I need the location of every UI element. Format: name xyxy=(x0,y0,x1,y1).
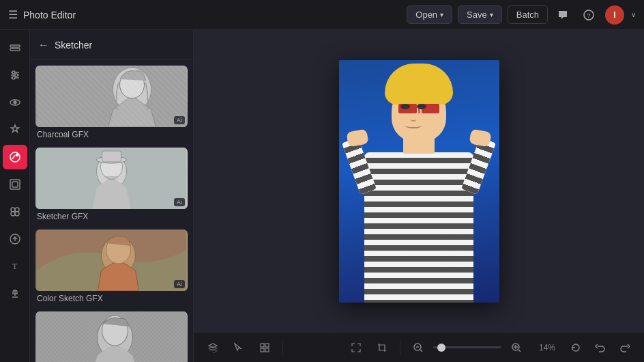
left-sidebar: T xyxy=(0,30,30,362)
undo-icon[interactable] xyxy=(589,337,611,359)
redo-icon[interactable] xyxy=(614,337,636,359)
svg-rect-55 xyxy=(265,348,269,352)
svg-point-19 xyxy=(11,212,15,216)
zoom-in-icon[interactable] xyxy=(506,337,527,359)
svg-point-12 xyxy=(10,152,20,162)
header: ☰ Photo Editor Open ▾ Save ▾ Batch ? I ∨ xyxy=(0,0,644,30)
effect-item-crosshatch[interactable]: Ai Cross Hatch GFX xyxy=(35,311,188,362)
effect-label-colorsketch: Color Sketch GFX xyxy=(35,291,188,306)
svg-rect-33 xyxy=(102,151,121,162)
sidebar-item-art[interactable] xyxy=(3,145,27,169)
svg-line-62 xyxy=(518,350,521,352)
ai-badge-sketcher: Ai xyxy=(174,198,185,206)
effect-item-sketcher[interactable]: Ai Sketcher GFX xyxy=(35,148,188,224)
svg-point-26 xyxy=(120,71,145,98)
svg-point-13 xyxy=(16,154,18,156)
sidebar-item-layers[interactable] xyxy=(3,36,27,60)
crop-icon[interactable] xyxy=(371,337,393,359)
select-tool-icon[interactable] xyxy=(228,337,250,359)
svg-rect-15 xyxy=(12,182,18,187)
sidebar-item-adjustments[interactable] xyxy=(3,63,27,87)
zoom-controls: 14% xyxy=(345,337,555,359)
svg-rect-52 xyxy=(261,344,264,347)
svg-text:?: ? xyxy=(587,12,590,19)
effect-thumb-sketcher: Ai xyxy=(35,148,188,209)
panel-title: Sketcher xyxy=(55,40,92,51)
chevron-down-icon[interactable]: ∨ xyxy=(631,11,636,18)
avatar[interactable]: I xyxy=(605,5,624,25)
effect-label-charcoal: Charcoal GFX xyxy=(35,127,188,142)
svg-text:T: T xyxy=(12,262,18,271)
app-title: Photo Editor xyxy=(23,10,76,20)
header-left: ☰ Photo Editor xyxy=(8,8,401,21)
effect-label-sketcher: Sketcher GFX xyxy=(35,209,188,224)
svg-point-25 xyxy=(113,68,151,111)
save-button[interactable]: Save ▾ xyxy=(458,5,502,24)
effects-list: Ai Charcoal GFX xyxy=(30,60,193,362)
ai-badge-colorsketch: Ai xyxy=(174,280,185,288)
ai-badge-charcoal: Ai xyxy=(174,116,185,124)
separator-1 xyxy=(282,341,283,354)
svg-point-16 xyxy=(11,208,15,212)
canvas-image xyxy=(339,60,499,303)
grid-tool-icon[interactable] xyxy=(254,337,276,359)
sidebar-item-text[interactable]: T xyxy=(3,254,27,279)
effect-item-charcoal[interactable]: Ai Charcoal GFX xyxy=(35,66,188,142)
chat-button[interactable] xyxy=(553,5,572,25)
svg-rect-14 xyxy=(10,180,20,189)
effect-thumb-crosshatch: Ai xyxy=(35,311,188,362)
sidebar-item-export[interactable] xyxy=(3,227,27,251)
panel-header: ← Sketcher xyxy=(30,30,193,60)
batch-button[interactable]: Batch xyxy=(508,5,548,24)
sidebar-item-stamp[interactable] xyxy=(3,281,27,306)
effects-panel: ← Sketcher xyxy=(30,30,194,362)
svg-rect-53 xyxy=(265,344,269,347)
svg-rect-3 xyxy=(10,48,20,51)
svg-rect-22 xyxy=(37,66,187,127)
svg-rect-23 xyxy=(37,66,187,127)
header-center: Open ▾ Save ▾ Batch xyxy=(407,5,548,24)
svg-line-58 xyxy=(420,350,422,352)
svg-rect-38 xyxy=(102,260,139,291)
sidebar-item-frames[interactable] xyxy=(3,172,27,197)
main-layout: T ← Sketcher xyxy=(0,30,644,362)
menu-icon[interactable]: ☰ xyxy=(8,8,18,21)
svg-rect-2 xyxy=(10,45,20,47)
zoom-slider[interactable] xyxy=(433,346,501,348)
effect-item-colorsketch[interactable]: Ai Color Sketch GFX xyxy=(35,229,188,306)
separator-2 xyxy=(400,341,400,354)
fit-icon[interactable] xyxy=(345,337,367,359)
layers-tool-icon[interactable] xyxy=(202,337,224,359)
canvas-area: 14% xyxy=(194,30,644,362)
svg-point-18 xyxy=(15,208,19,212)
svg-point-9 xyxy=(12,76,15,79)
svg-point-17 xyxy=(15,212,19,216)
sidebar-item-view[interactable] xyxy=(3,90,27,115)
rotate-icon[interactable] xyxy=(565,337,587,359)
bottom-right-actions xyxy=(565,337,636,359)
back-button[interactable]: ← xyxy=(38,39,49,51)
effect-thumb-charcoal: Ai xyxy=(35,66,188,127)
sidebar-item-objects[interactable] xyxy=(3,199,27,224)
bottom-toolbar: 14% xyxy=(194,332,644,362)
sidebar-item-effects[interactable] xyxy=(3,117,27,142)
help-button[interactable]: ? xyxy=(579,5,598,25)
header-right: ? I ∨ xyxy=(553,5,636,25)
svg-point-8 xyxy=(15,74,18,76)
canvas-main xyxy=(194,30,644,332)
effect-thumb-colorsketch: Ai xyxy=(35,229,188,291)
svg-point-7 xyxy=(12,71,15,74)
open-button[interactable]: Open ▾ xyxy=(407,5,452,24)
svg-rect-54 xyxy=(261,348,264,352)
zoom-label: 14% xyxy=(531,343,555,352)
svg-point-11 xyxy=(14,101,16,104)
zoom-out-icon[interactable] xyxy=(407,337,429,359)
